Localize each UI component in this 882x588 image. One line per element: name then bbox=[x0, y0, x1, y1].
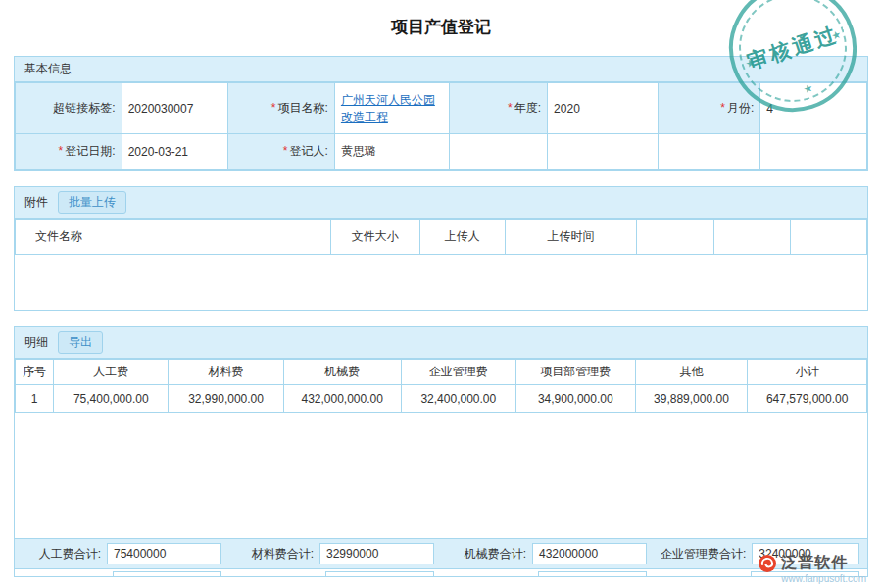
machinery-total-input[interactable]: 432000000 bbox=[532, 543, 647, 564]
project-name-label-text: 项目名称: bbox=[278, 101, 328, 115]
basic-info-title: 基本信息 bbox=[24, 61, 72, 77]
details-col-enterprise: 企业管理费 bbox=[401, 360, 515, 385]
year-label: *年度: bbox=[450, 83, 548, 134]
attachments-title: 附件 bbox=[24, 194, 48, 211]
brand-url: www.fanpusoft.com bbox=[781, 573, 866, 584]
footer-brand: 泛普软件 www.fanpusoft.com bbox=[758, 553, 866, 584]
details-title: 明细 bbox=[24, 334, 48, 351]
export-button[interactable]: 导出 bbox=[58, 331, 103, 354]
details-col-index: 序号 bbox=[16, 360, 54, 385]
totals-row: 人工费合计: 75400000 材料费合计: 32990000 机械费合计: 4… bbox=[15, 538, 867, 568]
labor-total-input[interactable]: 75400000 bbox=[107, 543, 221, 564]
attachments-col-uploader: 上传人 bbox=[419, 220, 505, 255]
labor-total-group: 人工费合计: 75400000 bbox=[23, 543, 221, 564]
attachments-col-filesize: 文件大小 bbox=[330, 220, 419, 255]
empty-header-cell bbox=[713, 220, 790, 255]
project-name-link[interactable]: 广州天河人民公园改造工程 bbox=[341, 93, 435, 123]
table-row: 1 75,400,000.00 32,990,000.00 432,000,00… bbox=[16, 385, 867, 413]
totals-row-partial bbox=[15, 568, 867, 576]
required-marker: * bbox=[271, 101, 276, 115]
attachments-table: 文件名称 文件大小 上传人 上传时间 bbox=[15, 219, 867, 255]
hyperlink-value: 2020030007 bbox=[122, 83, 228, 134]
cell-index: 1 bbox=[16, 385, 54, 413]
required-marker: * bbox=[508, 101, 513, 115]
required-marker: * bbox=[59, 144, 64, 158]
cell-labor: 75,400,000.00 bbox=[54, 385, 169, 413]
material-total-label: 材料费合计: bbox=[235, 546, 319, 563]
attachments-section: 附件 批量上传 文件名称 文件大小 上传人 上传时间 bbox=[14, 186, 868, 311]
cell-machinery: 432,000,000.00 bbox=[283, 385, 401, 413]
details-col-projectdept: 项目部管理费 bbox=[515, 360, 635, 385]
basic-info-section-header: 基本信息 bbox=[15, 57, 867, 82]
details-col-material: 材料费 bbox=[169, 360, 283, 385]
empty-cell bbox=[760, 134, 867, 170]
details-col-labor: 人工费 bbox=[54, 360, 169, 385]
register-date-value: 2020-03-21 bbox=[122, 134, 228, 170]
register-date-label-text: 登记日期: bbox=[65, 144, 115, 158]
brand-name: 泛普软件 bbox=[781, 553, 848, 573]
month-label-text: 月份: bbox=[727, 101, 754, 115]
cell-projectdept: 34,900,000.00 bbox=[515, 385, 635, 413]
labor-total-label: 人工费合计: bbox=[23, 546, 107, 563]
partial-input bbox=[538, 571, 647, 576]
cell-enterprise: 32,400,000.00 bbox=[401, 385, 515, 413]
brand-logo-icon bbox=[758, 554, 777, 573]
footer-brand-line: 泛普软件 bbox=[758, 553, 866, 573]
details-section: 明细 导出 序号 人工费 材料费 机械费 企业管理费 项目部管理费 其他 小计 … bbox=[14, 326, 868, 577]
partial-input bbox=[325, 571, 434, 576]
basic-info-table: 超链接标签: 2020030007 *项目名称: 广州天河人民公园改造工程 *年… bbox=[15, 82, 867, 170]
enterprise-total-label: 企业管理费合计: bbox=[661, 546, 752, 563]
required-marker: * bbox=[283, 144, 288, 158]
material-total-group: 材料费合计: 32990000 bbox=[235, 543, 434, 564]
partial-input bbox=[113, 571, 221, 576]
empty-cell bbox=[450, 134, 548, 170]
empty-cell bbox=[659, 134, 760, 170]
attachments-col-uploadtime: 上传时间 bbox=[505, 220, 637, 255]
details-table: 序号 人工费 材料费 机械费 企业管理费 项目部管理费 其他 小计 1 75,4… bbox=[15, 359, 867, 413]
attachments-col-filename: 文件名称 bbox=[16, 220, 331, 255]
year-value: 2020 bbox=[548, 83, 659, 134]
details-col-machinery: 机械费 bbox=[283, 360, 401, 385]
year-label-text: 年度: bbox=[514, 101, 541, 115]
registrant-label: *登记人: bbox=[228, 134, 335, 170]
project-name-label: *项目名称: bbox=[228, 83, 335, 134]
attachments-section-header: 附件 批量上传 bbox=[15, 187, 867, 219]
attachments-empty-area bbox=[15, 255, 867, 310]
hyperlink-label-text: 超链接标签: bbox=[53, 101, 115, 115]
basic-info-section: 基本信息 超链接标签: 2020030007 *项目名称: 广州天河人民公园改造… bbox=[14, 56, 868, 171]
empty-header-cell bbox=[637, 220, 713, 255]
details-section-header: 明细 导出 bbox=[15, 327, 867, 359]
cell-subtotal: 647,579,000.00 bbox=[748, 385, 867, 413]
details-empty-area bbox=[15, 413, 867, 538]
batch-upload-button[interactable]: 批量上传 bbox=[58, 191, 126, 214]
empty-header-cell bbox=[790, 220, 866, 255]
month-value: 4 bbox=[760, 83, 867, 134]
machinery-total-group: 机械费合计: 432000000 bbox=[448, 543, 647, 564]
details-col-subtotal: 小计 bbox=[748, 360, 867, 385]
required-marker: * bbox=[720, 101, 725, 115]
register-date-label: *登记日期: bbox=[16, 134, 122, 170]
empty-cell bbox=[548, 134, 659, 170]
machinery-total-label: 机械费合计: bbox=[448, 546, 532, 563]
project-name-value: 广州天河人民公园改造工程 bbox=[334, 83, 449, 134]
details-col-other: 其他 bbox=[635, 360, 748, 385]
registrant-value: 黄思璐 bbox=[334, 134, 449, 170]
month-label: *月份: bbox=[659, 83, 760, 134]
material-total-input[interactable]: 32990000 bbox=[319, 543, 434, 564]
hyperlink-label: 超链接标签: bbox=[16, 83, 122, 134]
page-title: 项目产值登记 bbox=[0, 0, 882, 38]
registrant-label-text: 登记人: bbox=[290, 144, 328, 158]
cell-other: 39,889,000.00 bbox=[635, 385, 748, 413]
cell-material: 32,990,000.00 bbox=[169, 385, 283, 413]
